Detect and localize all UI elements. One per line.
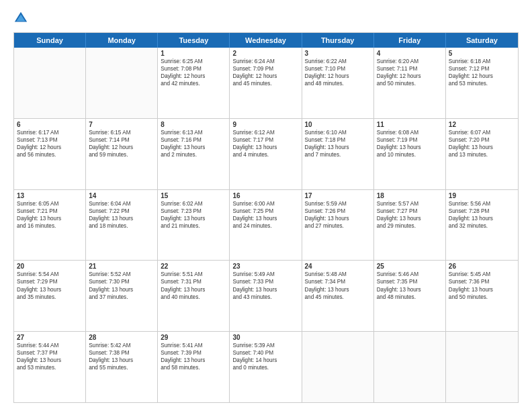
calendar-row: 6Sunrise: 6:17 AMSunset: 7:13 PMDaylight…	[14, 119, 518, 190]
cell-line: Sunrise: 5:45 AM	[449, 271, 515, 278]
cell-line: Daylight: 13 hours	[232, 286, 298, 293]
cell-line: Sunset: 7:27 PM	[377, 208, 443, 215]
cell-line: Sunset: 7:16 PM	[161, 136, 226, 144]
day-number: 3	[305, 50, 371, 57]
cell-line: Sunrise: 6:05 AM	[17, 200, 83, 208]
calendar-cell: 1Sunrise: 6:25 AMSunset: 7:08 PMDaylight…	[158, 48, 230, 118]
page: SundayMondayTuesdayWednesdayThursdayFrid…	[0, 0, 532, 411]
cell-line: Sunset: 7:40 PM	[232, 349, 298, 357]
calendar-cell: 4Sunrise: 6:20 AMSunset: 7:11 PMDaylight…	[374, 48, 446, 118]
cell-line: and 56 minutes.	[17, 151, 83, 158]
cell-line: Sunset: 7:10 PM	[305, 65, 371, 73]
cell-line: Daylight: 13 hours	[17, 357, 83, 364]
cell-line: Sunrise: 6:17 AM	[17, 129, 83, 136]
calendar-cell	[374, 332, 446, 402]
cell-line: and 10 minutes.	[377, 151, 443, 158]
calendar-header: SundayMondayTuesdayWednesdayThursdayFrid…	[14, 33, 518, 48]
cell-line: and 0 minutes.	[232, 364, 298, 371]
cell-line: and 21 minutes.	[161, 222, 226, 230]
cell-line: Sunset: 7:18 PM	[305, 136, 371, 144]
calendar-cell	[302, 332, 374, 402]
cell-line: and 29 minutes.	[377, 222, 443, 230]
cell-line: Daylight: 12 hours	[161, 73, 226, 80]
cell-line: Daylight: 13 hours	[449, 215, 515, 222]
cell-line: Daylight: 13 hours	[305, 215, 371, 222]
cell-line: and 43 minutes.	[232, 293, 298, 301]
cell-line: Sunrise: 6:15 AM	[89, 129, 154, 136]
cell-line: Daylight: 13 hours	[17, 286, 83, 293]
day-number: 17	[305, 192, 371, 199]
cell-line: Daylight: 13 hours	[17, 215, 83, 222]
calendar-cell: 20Sunrise: 5:54 AMSunset: 7:29 PMDayligh…	[14, 261, 86, 331]
calendar-cell: 11Sunrise: 6:08 AMSunset: 7:19 PMDayligh…	[374, 119, 446, 189]
cell-line: Daylight: 12 hours	[377, 73, 443, 80]
calendar-cell: 24Sunrise: 5:48 AMSunset: 7:34 PMDayligh…	[302, 261, 374, 331]
cell-line: Daylight: 13 hours	[449, 144, 515, 151]
cell-line: Sunset: 7:22 PM	[89, 208, 154, 215]
cell-line: Sunset: 7:17 PM	[232, 136, 298, 144]
cell-line: Sunrise: 5:41 AM	[161, 342, 226, 349]
cell-line: Sunset: 7:20 PM	[449, 136, 515, 144]
day-number: 22	[161, 263, 226, 270]
cell-line: Daylight: 13 hours	[161, 144, 226, 151]
cell-line: Sunrise: 5:39 AM	[232, 342, 298, 349]
calendar-cell: 30Sunrise: 5:39 AMSunset: 7:40 PMDayligh…	[230, 332, 302, 402]
cell-line: Sunset: 7:31 PM	[161, 278, 226, 285]
day-number: 9	[232, 121, 298, 128]
cell-line: Sunset: 7:21 PM	[17, 208, 83, 215]
cell-line: Sunset: 7:33 PM	[232, 278, 298, 285]
calendar-cell: 13Sunrise: 6:05 AMSunset: 7:21 PMDayligh…	[14, 190, 86, 261]
weekday-header: Tuesday	[158, 33, 230, 48]
cell-line: Sunset: 7:28 PM	[449, 208, 515, 215]
cell-line: Sunset: 7:19 PM	[377, 136, 443, 144]
cell-line: Daylight: 13 hours	[305, 144, 371, 151]
calendar-cell: 9Sunrise: 6:12 AMSunset: 7:17 PMDaylight…	[230, 119, 302, 189]
day-number: 27	[17, 334, 83, 341]
cell-line: Sunrise: 6:18 AM	[449, 58, 515, 65]
cell-line: and 50 minutes.	[377, 80, 443, 87]
day-number: 12	[449, 121, 515, 128]
calendar-cell: 16Sunrise: 6:00 AMSunset: 7:25 PMDayligh…	[230, 190, 302, 261]
cell-line: and 59 minutes.	[89, 151, 154, 158]
cell-line: Daylight: 13 hours	[305, 286, 371, 293]
day-number: 2	[232, 50, 298, 57]
cell-line: and 48 minutes.	[305, 80, 371, 87]
day-number: 16	[232, 192, 298, 199]
cell-line: Sunset: 7:09 PM	[232, 65, 298, 73]
cell-line: Sunrise: 5:57 AM	[377, 200, 443, 208]
cell-line: Sunrise: 6:20 AM	[377, 58, 443, 65]
cell-line: Daylight: 12 hours	[232, 73, 298, 80]
cell-line: Sunset: 7:08 PM	[161, 65, 226, 73]
cell-line: Daylight: 13 hours	[89, 286, 154, 293]
calendar-cell: 19Sunrise: 5:56 AMSunset: 7:28 PMDayligh…	[446, 190, 518, 261]
header	[13, 11, 519, 26]
day-number: 6	[17, 121, 83, 128]
weekday-header: Friday	[374, 33, 446, 48]
calendar-cell: 7Sunrise: 6:15 AMSunset: 7:14 PMDaylight…	[86, 119, 158, 189]
cell-line: and 50 minutes.	[449, 293, 515, 301]
weekday-header: Sunday	[14, 33, 86, 48]
calendar-cell: 18Sunrise: 5:57 AMSunset: 7:27 PMDayligh…	[374, 190, 446, 261]
cell-line: Sunrise: 6:08 AM	[377, 129, 443, 136]
cell-line: Daylight: 13 hours	[89, 357, 154, 364]
calendar-cell: 12Sunrise: 6:07 AMSunset: 7:20 PMDayligh…	[446, 119, 518, 189]
calendar-cell: 28Sunrise: 5:42 AMSunset: 7:38 PMDayligh…	[86, 332, 158, 402]
calendar-cell: 23Sunrise: 5:49 AMSunset: 7:33 PMDayligh…	[230, 261, 302, 331]
cell-line: and 24 minutes.	[232, 222, 298, 230]
cell-line: Sunset: 7:36 PM	[449, 278, 515, 285]
cell-line: and 55 minutes.	[89, 364, 154, 371]
calendar-cell: 29Sunrise: 5:41 AMSunset: 7:39 PMDayligh…	[158, 332, 230, 402]
cell-line: and 58 minutes.	[161, 364, 226, 371]
cell-line: Sunset: 7:26 PM	[305, 208, 371, 215]
cell-line: Sunset: 7:30 PM	[89, 278, 154, 285]
cell-line: and 7 minutes.	[305, 151, 371, 158]
day-number: 14	[89, 192, 154, 199]
logo-icon	[13, 11, 28, 26]
calendar-cell	[86, 48, 158, 118]
cell-line: Sunrise: 5:48 AM	[305, 271, 371, 278]
calendar-row: 27Sunrise: 5:44 AMSunset: 7:37 PMDayligh…	[14, 332, 518, 402]
cell-line: Sunrise: 5:56 AM	[449, 200, 515, 208]
cell-line: Sunset: 7:23 PM	[161, 208, 226, 215]
cell-line: Daylight: 13 hours	[232, 144, 298, 151]
day-number: 13	[17, 192, 83, 199]
